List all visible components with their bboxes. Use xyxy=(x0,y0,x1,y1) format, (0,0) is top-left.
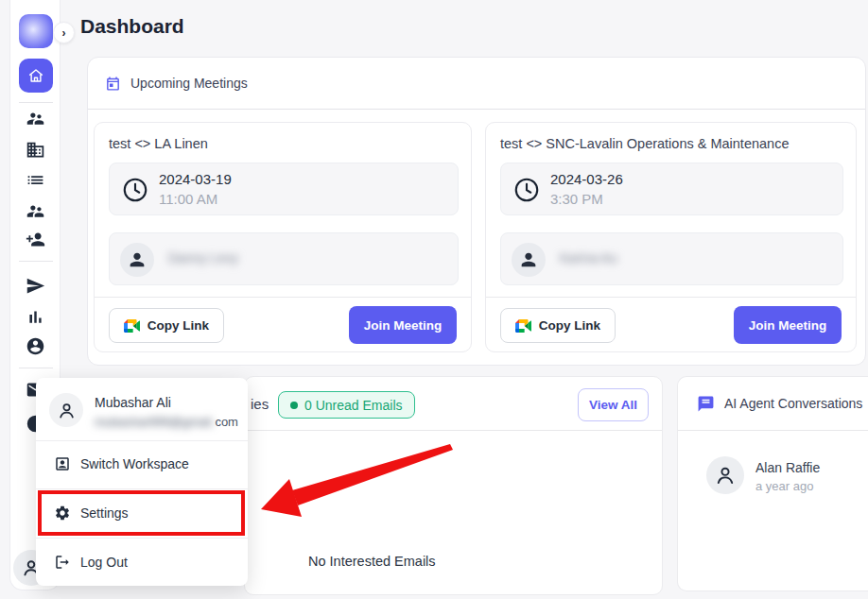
conversation-time: a year ago xyxy=(755,479,813,493)
emails-panel-header: ies 0 Unread Emails View All xyxy=(245,377,662,431)
logout-icon xyxy=(54,554,71,571)
copy-link-label: Copy Link xyxy=(148,318,209,333)
app-logo xyxy=(19,14,53,48)
chat-icon xyxy=(697,395,715,413)
meeting-time: 11:00 AM xyxy=(159,191,217,207)
interested-emails-panel: ies 0 Unread Emails View All No Interest… xyxy=(244,376,663,595)
copy-link-button[interactable]: Copy Link xyxy=(500,308,616,343)
copy-link-button[interactable]: Copy Link xyxy=(109,308,224,343)
account-circle-icon xyxy=(26,336,45,356)
no-interested-emails-text: No Interested Emails xyxy=(308,554,436,569)
user-email-redacted: mubashar999@gmail. xyxy=(95,415,215,429)
home-icon xyxy=(27,67,44,84)
meeting-datetime-box: 2024-03-26 3:30 PM xyxy=(500,163,843,215)
menu-item-log-out[interactable]: Log Out xyxy=(36,539,248,586)
user-menu-popup: Mubashar Ali mubashar999@gmail.com Switc… xyxy=(36,378,248,586)
conversation-name[interactable]: Alan Raffie xyxy=(755,460,820,475)
people-icon xyxy=(26,201,45,221)
ai-panel-header: AI Agent Conversations xyxy=(678,377,868,431)
meeting-title: test <> SNC-Lavalin Operations & Mainten… xyxy=(500,136,789,151)
sidebar-item-profile[interactable] xyxy=(26,336,45,356)
meeting-date: 2024-03-19 xyxy=(159,171,232,187)
sidebar-divider xyxy=(19,261,53,262)
attendee-avatar xyxy=(512,243,546,277)
google-meet-icon xyxy=(124,319,140,333)
building-icon xyxy=(26,140,45,160)
sidebar-item-lists[interactable] xyxy=(26,170,45,190)
sidebar-item-home[interactable] xyxy=(19,59,53,93)
view-all-button[interactable]: View All xyxy=(578,388,649,421)
sidebar-expand-button[interactable]: › xyxy=(53,22,75,43)
sidebar-item-campaigns[interactable] xyxy=(26,276,45,296)
user-email: mubashar999@gmail.com xyxy=(95,415,238,429)
bar-chart-icon xyxy=(26,307,45,327)
conversation-avatar[interactable] xyxy=(706,456,744,494)
clock-icon xyxy=(121,176,149,204)
send-icon xyxy=(26,276,45,296)
sidebar-item-companies[interactable] xyxy=(26,140,45,160)
list-icon xyxy=(26,170,45,190)
sidebar-item-add-contact[interactable] xyxy=(26,230,45,249)
meeting-date: 2024-03-26 xyxy=(550,171,623,187)
sidebar-item-analytics[interactable] xyxy=(26,307,45,327)
upcoming-meetings-panel: Upcoming Meetings test <> LA Linen 2024-… xyxy=(87,57,866,366)
sidebar-item-leads[interactable] xyxy=(26,201,45,221)
switch-workspace-icon xyxy=(54,455,71,472)
switch-workspace-label: Switch Workspace xyxy=(80,456,189,471)
unread-emails-badge: 0 Unread Emails xyxy=(278,391,415,419)
green-dot-icon xyxy=(290,402,298,409)
page-title: Dashboard xyxy=(80,15,184,38)
sidebar-divider xyxy=(19,368,53,368)
sidebar-divider xyxy=(19,102,53,103)
meeting-datetime-box: 2024-03-19 11:00 AM xyxy=(109,163,459,215)
unread-emails-label: 0 Unread Emails xyxy=(304,398,403,413)
menu-item-switch-workspace[interactable]: Switch Workspace xyxy=(36,440,248,488)
settings-label: Settings xyxy=(80,505,129,521)
attendee-avatar xyxy=(120,243,154,277)
logout-label: Log Out xyxy=(80,555,128,570)
copy-link-label: Copy Link xyxy=(539,318,600,333)
ai-panel-title: AI Agent Conversations xyxy=(724,396,862,411)
calendar-icon xyxy=(105,76,130,92)
meeting-title: test <> LA Linen xyxy=(109,136,208,151)
user-menu-avatar xyxy=(49,393,83,427)
meeting-attendee-box: Karina Au xyxy=(500,232,843,285)
user-email-suffix: com xyxy=(215,415,238,429)
user-name: Mubashar Ali xyxy=(95,395,171,410)
clock-icon xyxy=(512,176,541,204)
meeting-attendee-box: Danny Levy xyxy=(109,232,459,285)
meeting-card: test <> SNC-Lavalin Operations & Mainten… xyxy=(485,122,857,352)
card-divider xyxy=(95,297,471,298)
meeting-card: test <> LA Linen 2024-03-19 11:00 AM Dan… xyxy=(94,122,472,352)
ai-agent-conversations-panel: AI Agent Conversations Alan Raffie a yea… xyxy=(677,376,868,591)
gear-icon xyxy=(54,505,71,522)
upcoming-meetings-header: Upcoming Meetings xyxy=(88,58,865,110)
card-divider xyxy=(486,297,856,298)
join-meeting-button[interactable]: Join Meeting xyxy=(734,306,842,344)
menu-item-settings[interactable]: Settings xyxy=(36,489,248,537)
people-icon xyxy=(26,109,45,128)
meeting-time: 3:30 PM xyxy=(550,191,603,207)
attendee-name-redacted: Danny Levy xyxy=(168,250,238,265)
emails-panel-title-partial: ies xyxy=(251,396,269,412)
upcoming-meetings-title: Upcoming Meetings xyxy=(130,76,248,91)
attendee-name-redacted: Karina Au xyxy=(560,250,617,265)
google-meet-icon xyxy=(515,319,531,333)
sidebar-item-contacts[interactable] xyxy=(26,109,45,128)
chevron-right-icon: › xyxy=(62,26,66,40)
person-add-icon xyxy=(26,230,45,249)
join-meeting-button[interactable]: Join Meeting xyxy=(349,306,457,344)
